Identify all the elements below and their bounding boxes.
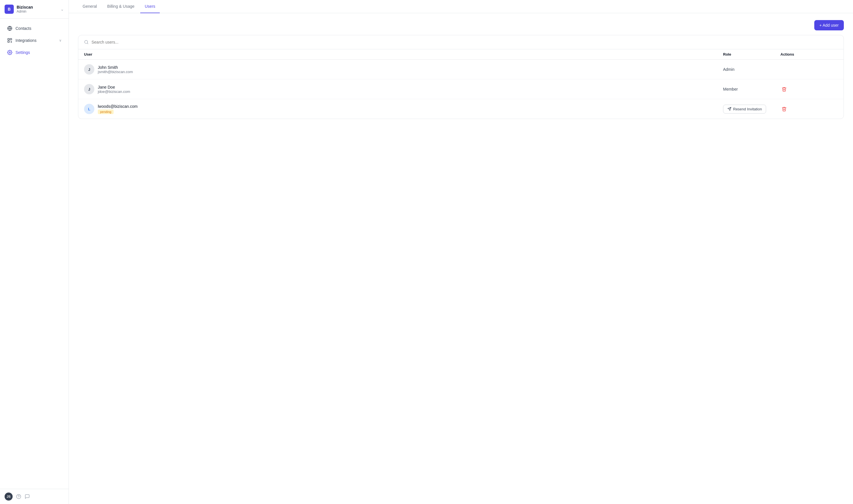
avatar-jane: J	[84, 84, 94, 94]
sidebar-brand[interactable]: B Biziscan Admin ⌄	[0, 0, 69, 19]
user-email-jane: jdoe@biziscan.com	[98, 89, 130, 94]
brand-name: Biziscan	[17, 5, 60, 10]
actions-jane	[780, 86, 838, 93]
sidebar: B Biziscan Admin ⌄ Contacts Integrations…	[0, 0, 69, 504]
user-name-john: John Smith	[98, 65, 133, 70]
user-info-john: John Smith jsmith@biziscan.com	[98, 65, 133, 74]
pending-badge: pending	[98, 109, 113, 114]
user-cell-john: J John Smith jsmith@biziscan.com	[84, 64, 723, 74]
integrations-icon	[7, 38, 13, 43]
search-bar	[78, 35, 843, 49]
tab-users[interactable]: Users	[140, 0, 160, 13]
globe-icon	[7, 25, 13, 31]
table-row: L lwoods@biziscan.com pending Resend Inv…	[78, 99, 843, 119]
svg-rect-2	[8, 38, 9, 40]
table-row: J Jane Doe jdoe@biziscan.com Member	[78, 79, 843, 99]
role-jane: Member	[723, 87, 780, 91]
sidebar-item-integrations[interactable]: Integrations ∨	[2, 35, 66, 46]
resend-invitation-button[interactable]: Resend Invitation	[723, 105, 766, 113]
chat-icon[interactable]	[25, 494, 30, 499]
col-user: User	[84, 52, 723, 56]
user-email-john: jsmith@biziscan.com	[98, 70, 133, 74]
brand-avatar: B	[5, 5, 14, 14]
chevron-right-icon: ∨	[59, 38, 62, 42]
col-actions: Actions	[780, 52, 838, 56]
settings-icon	[7, 50, 13, 55]
add-user-button[interactable]: + Add user	[814, 20, 844, 30]
user-email-lwoods: lwoods@biziscan.com	[98, 104, 138, 109]
content-area: + Add user User Role Actions J	[69, 13, 853, 504]
sidebar-item-settings-label: Settings	[16, 50, 62, 55]
help-icon[interactable]	[16, 494, 21, 499]
sidebar-item-settings[interactable]: Settings	[2, 47, 66, 58]
delete-button-jane[interactable]	[780, 86, 788, 93]
sidebar-footer: JS	[0, 489, 69, 504]
table-row: J John Smith jsmith@biziscan.com Admin	[78, 60, 843, 79]
avatar-john: J	[84, 64, 94, 74]
resend-invitation-label: Resend Invitation	[733, 107, 762, 111]
user-name-jane: Jane Doe	[98, 85, 130, 89]
chevron-down-icon: ⌄	[60, 7, 64, 12]
tab-general[interactable]: General	[78, 0, 102, 13]
actions-lwoods	[780, 105, 838, 113]
user-cell-lwoods: L lwoods@biziscan.com pending	[84, 104, 723, 114]
tab-billing[interactable]: Billing & Usage	[103, 0, 139, 13]
svg-rect-4	[8, 41, 9, 42]
sidebar-item-contacts-label: Contacts	[16, 26, 62, 31]
brand-role: Admin	[17, 10, 60, 14]
user-cell-jane: J Jane Doe jdoe@biziscan.com	[84, 84, 723, 94]
brand-info: Biziscan Admin	[17, 5, 60, 14]
delete-button-lwoods[interactable]	[780, 105, 788, 113]
search-icon	[84, 40, 89, 44]
user-avatar-footer: JS	[5, 492, 13, 501]
sidebar-nav: Contacts Integrations ∨ Settings	[0, 19, 69, 489]
sidebar-item-contacts[interactable]: Contacts	[2, 23, 66, 34]
sidebar-item-integrations-label: Integrations	[16, 38, 59, 43]
search-input[interactable]	[91, 40, 838, 44]
user-info-lwoods: lwoods@biziscan.com pending	[98, 104, 138, 114]
col-role: Role	[723, 52, 780, 56]
user-info-jane: Jane Doe jdoe@biziscan.com	[98, 85, 130, 94]
top-tabs: General Billing & Usage Users	[69, 0, 853, 13]
table-header: User Role Actions	[78, 49, 843, 60]
users-card: User Role Actions J John Smith jsmith@bi…	[78, 35, 844, 119]
svg-line-11	[87, 43, 88, 44]
svg-point-7	[9, 52, 11, 53]
main-content: General Billing & Usage Users + Add user…	[69, 0, 853, 504]
avatar-lwoods: L	[84, 104, 94, 114]
role-lwoods: Resend Invitation	[723, 105, 780, 113]
role-john: Admin	[723, 67, 780, 72]
svg-rect-3	[10, 38, 12, 40]
